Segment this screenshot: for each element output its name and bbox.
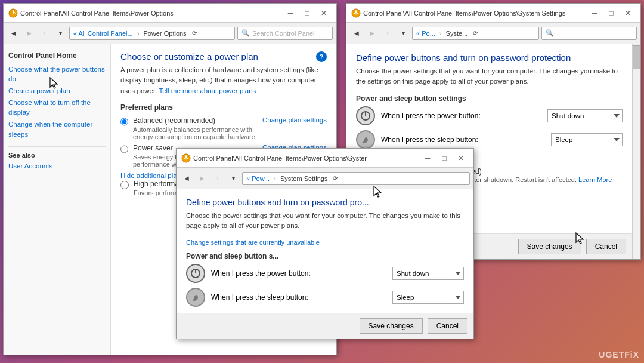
sleep-button-dropdown-win3[interactable]: Sleep Shut down Hibernate Do nothing [551, 133, 623, 146]
address-bar-win1[interactable]: « All Control Panel... › Power Options ⟳ [69, 27, 235, 40]
power-sleep-label-win2: Power and sleep button s... [186, 252, 464, 260]
title-bar-buttons-win2: ─ □ ✕ [420, 152, 469, 164]
title-bar-win2: Control Panel\All Control Panel Items\Po… [177, 149, 473, 168]
power-button-label-win3: When I press the power button: [381, 112, 541, 120]
plan-info-balanced: Balanced (recommended) Automatically bal… [120, 116, 262, 140]
title-bar-win3: Control Panel\All Control Panel Items\Po… [346, 4, 640, 23]
search-placeholder-win1: Search Control Panel [252, 30, 315, 37]
window-icon-win2 [181, 153, 191, 163]
power-button-dropdown-win2[interactable]: Shut down Sleep Hibernate Do nothing [392, 267, 464, 280]
up-button-win3[interactable]: ↑ [381, 27, 394, 40]
up-button-win1[interactable]: ↑ [38, 27, 51, 40]
title-bar-text-win3: Control Panel\All Control Panel Items\Po… [363, 10, 584, 17]
title-bar-buttons-win1: ─ □ ✕ [283, 7, 332, 19]
nav-bar-win3: ◀ ▶ ↑ ▾ « Po... › Syste... ⟳ 🔍 [346, 23, 640, 44]
nav-bar-win2: ◀ ▶ ↑ ▾ « Pow... › System Settings ⟳ [177, 168, 473, 189]
sidebar-link-user-accounts[interactable]: User Accounts [8, 161, 106, 171]
cancel-button-win3[interactable]: Cancel [586, 239, 626, 254]
sidebar-link-create-plan[interactable]: Create a power plan [8, 86, 106, 96]
plan-radio-balanced[interactable] [120, 118, 128, 126]
plan-radio-powersaver[interactable] [120, 145, 128, 153]
panel-desc-win1: A power plan is a collection of hardware… [120, 65, 327, 96]
sidebar-link-turn-off-display[interactable]: Choose what to turn off the display [8, 98, 106, 117]
plan-row-balanced: Balanced (recommended) Automatically bal… [120, 116, 327, 140]
panel-title-win2: Define power buttons and turn on passwor… [186, 198, 464, 207]
nav-bar-win1: ◀ ▶ ↑ ▾ « All Control Panel... › Power O… [4, 23, 336, 44]
sidebar-link-computer-sleeps[interactable]: Change when the computer sleeps [8, 119, 106, 139]
search-box-win3[interactable]: 🔍 [541, 27, 637, 40]
preferred-plans-label: Preferred plans [120, 103, 327, 112]
forward-button-win1[interactable]: ▶ [23, 27, 36, 40]
power-button-row-win2: When I press the power button: Shut down… [186, 264, 464, 283]
sleep-icon-win3 [356, 130, 375, 149]
sleep-icon-win2 [186, 288, 205, 307]
address-bar-win3[interactable]: « Po... › Syste... ⟳ [412, 27, 539, 40]
minimize-button-win2[interactable]: ─ [420, 152, 435, 164]
window-icon-win3 [351, 8, 361, 18]
save-changes-button-win2[interactable]: Save changes [360, 318, 423, 334]
save-changes-button-win3[interactable]: Save changes [518, 239, 581, 254]
help-icon-win1[interactable]: ? [316, 51, 327, 62]
recent-button-win1[interactable]: ▾ [54, 27, 67, 40]
refresh-button-win2[interactable]: ⟳ [330, 173, 340, 184]
content-area-win2: Define power buttons and turn on passwor… [177, 189, 473, 339]
plan-desc-balanced: Automatically balances performance with … [133, 126, 262, 140]
window-icon [8, 8, 18, 18]
forward-button-win2[interactable]: ▶ [196, 172, 209, 185]
watermark: UGETFiX [599, 350, 639, 359]
plan-radio-highperf[interactable] [120, 181, 129, 189]
main-panel-win2: Define power buttons and turn on passwor… [177, 189, 473, 313]
minimize-button-win3[interactable]: ─ [587, 7, 602, 19]
action-buttons-win2: Save changes Cancel [177, 313, 473, 339]
search-icon-win1: 🔍 [242, 29, 250, 37]
svg-rect-4 [355, 10, 357, 13]
address-text-win3: « Po... › Syste... [416, 30, 467, 37]
address-text-win2: « Pow... › System Settings [246, 175, 327, 182]
search-icon-win3: 🔍 [546, 29, 554, 37]
scrollbar-win3[interactable] [632, 44, 640, 259]
back-button-win2[interactable]: ◀ [180, 172, 193, 185]
learn-more-link-win3[interactable]: Learn More [578, 176, 612, 183]
close-button-win2[interactable]: ✕ [453, 152, 469, 164]
sleep-button-label-win2: When I press the sleep button: [211, 293, 386, 302]
change-plan-link-balanced[interactable]: Change plan settings [262, 116, 327, 124]
search-box-win1[interactable]: 🔍 Search Control Panel [237, 27, 333, 40]
window-system-settings-front: Control Panel\All Control Panel Items\Po… [176, 148, 474, 339]
tell-me-more-link[interactable]: Tell me more about power plans [159, 87, 256, 94]
refresh-button-win3[interactable]: ⟳ [470, 28, 481, 39]
power-button-row-win3: When I press the power button: Shut down… [356, 106, 623, 125]
sleep-button-row-win2: When I press the sleep button: Sleep Shu… [186, 288, 464, 307]
panel-desc-win2: Choose the power settings that you want … [186, 211, 464, 232]
address-text-win1: « All Control Panel... › Power Options [73, 30, 187, 37]
maximize-button-win1[interactable]: □ [299, 7, 315, 19]
back-button-win1[interactable]: ◀ [7, 27, 20, 40]
sleep-button-label-win3: When I press the sleep button: [381, 136, 545, 144]
forward-button-win3[interactable]: ▶ [366, 27, 379, 40]
sidebar-link-power-buttons[interactable]: Choose what the power buttons do [8, 64, 106, 84]
address-bar-win2[interactable]: « Pow... › System Settings ⟳ [242, 172, 470, 185]
sidebar-section-see-also: See also User Accounts [8, 146, 106, 171]
maximize-button-win2[interactable]: □ [436, 152, 452, 164]
change-settings-link-win2[interactable]: Change settings that are currently unava… [186, 239, 464, 246]
recent-button-win3[interactable]: ▾ [397, 27, 410, 40]
up-button-win2[interactable]: ↑ [211, 172, 224, 185]
panel-title-win3: Define power buttons and turn on passwor… [356, 53, 623, 63]
panel-desc-win3: Choose the power settings that you want … [356, 66, 623, 87]
minimize-button-win1[interactable]: ─ [283, 7, 298, 19]
plan-details-balanced: Balanced (recommended) Automatically bal… [133, 116, 262, 140]
title-bar-text-win1: Control Panel\All Control Panel Items\Po… [20, 10, 280, 17]
refresh-button-win1[interactable]: ⟳ [189, 28, 200, 39]
close-button-win1[interactable]: ✕ [316, 7, 332, 19]
scrollbar-thumb-win3[interactable] [633, 45, 640, 69]
plan-name-balanced: Balanced (recommended) [133, 116, 262, 125]
back-button-win3[interactable]: ◀ [350, 27, 363, 40]
sidebar-win1: Control Panel Home Choose what the power… [4, 44, 111, 355]
recent-button-win2[interactable]: ▾ [227, 172, 240, 185]
title-bar-buttons-win3: ─ □ ✕ [587, 7, 636, 19]
close-button-win3[interactable]: ✕ [620, 7, 636, 19]
sleep-button-dropdown-win2[interactable]: Sleep Shut down Hibernate Do nothing [392, 291, 464, 304]
cancel-button-win2[interactable]: Cancel [428, 318, 467, 334]
power-sleep-label-win3: Power and sleep button settings [356, 94, 623, 103]
maximize-button-win3[interactable]: □ [603, 7, 619, 19]
power-button-dropdown-win3[interactable]: Shut down Sleep Hibernate Turn off the d… [547, 109, 623, 122]
